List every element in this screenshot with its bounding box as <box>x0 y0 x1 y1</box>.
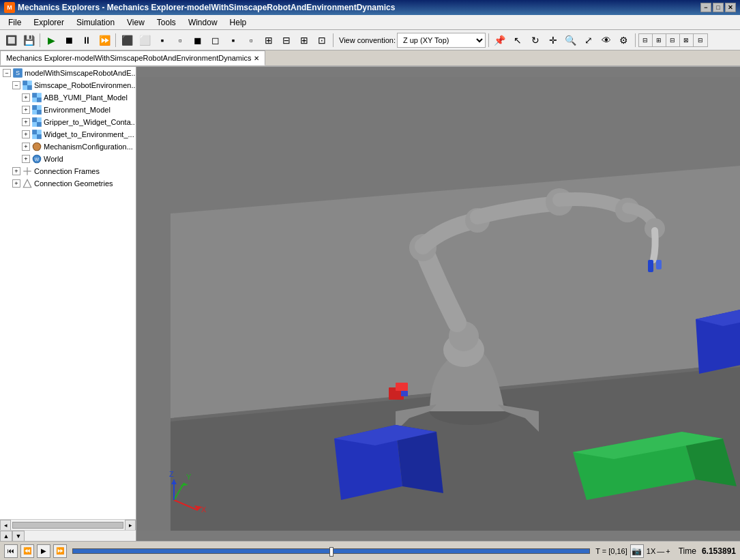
toolbar-btn-2[interactable]: 💾 <box>20 32 37 48</box>
toolbar-grid1[interactable]: ⊞ <box>261 32 277 48</box>
layout-5[interactable]: ⊟ <box>694 34 707 46</box>
expand-connframes[interactable]: + <box>12 167 20 175</box>
main-tab[interactable]: Mechanics Explorer-modelWithSimscapeRobo… <box>0 50 265 65</box>
svg-rect-11 <box>37 105 42 110</box>
svg-rect-44 <box>401 391 408 396</box>
svg-rect-14 <box>32 117 37 122</box>
toolbar-grid4[interactable]: ⊡ <box>314 32 330 48</box>
svg-rect-8 <box>32 98 37 102</box>
nav-down[interactable]: ▼ <box>12 531 25 541</box>
h-scrollbar[interactable]: ◂ ▸ <box>0 519 136 530</box>
expand-gripper[interactable]: + <box>22 118 30 126</box>
tree-label-widget: Widget_to_Environment_... <box>44 130 134 138</box>
menu-help[interactable]: Help <box>224 16 252 29</box>
menu-view[interactable]: View <box>121 16 150 29</box>
timeline-thumb[interactable] <box>329 547 334 557</box>
speed-decrease[interactable]: — <box>657 547 664 555</box>
timeline-slider[interactable] <box>72 548 590 554</box>
svg-rect-18 <box>32 130 37 134</box>
close-button[interactable]: ✕ <box>725 3 736 12</box>
tree-item-conngeom[interactable]: + Connection Geometries <box>0 177 136 190</box>
layout-3[interactable]: ⊟ <box>666 34 680 46</box>
toolbar-stop[interactable]: ⏹ <box>61 32 77 48</box>
toolbar-cube4[interactable]: ▫ <box>172 32 188 48</box>
svg-point-22 <box>33 143 40 150</box>
nav-up[interactable]: ▲ <box>0 531 12 541</box>
tree-item-env[interactable]: + Environment_Model <box>0 104 136 116</box>
menu-simulation[interactable]: Simulation <box>71 16 120 29</box>
scroll-right[interactable]: ▸ <box>125 520 136 531</box>
view-convention-select[interactable]: Z up (XY Top) <box>397 33 486 48</box>
toolbar-fast[interactable]: ⏩ <box>96 32 113 48</box>
snapshot-button[interactable]: 📷 <box>630 544 644 558</box>
menu-window[interactable]: Window <box>183 16 223 29</box>
menu-explorer[interactable]: Explorer <box>28 16 70 29</box>
toolbar-extra[interactable]: ⚙ <box>616 32 632 48</box>
toolbar-cube5[interactable]: ◼ <box>190 32 206 48</box>
tab-close-button[interactable]: ✕ <box>254 55 259 62</box>
toolbar-rot[interactable]: ↻ <box>527 32 544 48</box>
svg-rect-19 <box>37 130 42 134</box>
toolbar-cube3[interactable]: ▪ <box>154 32 171 48</box>
toolbar-cube8[interactable]: ▫ <box>243 32 259 48</box>
toolbar-btn-1[interactable]: 🔲 <box>3 32 19 48</box>
expand-world[interactable]: + <box>22 155 30 163</box>
expand-widget[interactable]: + <box>22 130 30 138</box>
app-icon: M <box>4 2 15 13</box>
toolbar-cube2[interactable]: ⬜ <box>136 32 153 48</box>
simscape-icon <box>22 80 33 91</box>
minimize-button[interactable]: − <box>700 3 711 12</box>
title-bar-controls: − □ ✕ <box>700 3 736 12</box>
svg-rect-4 <box>23 85 27 90</box>
expand-conngeom[interactable]: + <box>12 179 20 188</box>
tree-item-widget[interactable]: + Widget_to_Environment_... <box>0 128 136 141</box>
toolbar-pause[interactable]: ⏸ <box>78 32 95 48</box>
menu-tools[interactable]: Tools <box>151 16 181 29</box>
sidebar: − S modelWithSimscapeRobotAndE... − Sims… <box>0 67 136 541</box>
rewind-button[interactable]: ⏮ <box>4 544 18 558</box>
toolbar-grid2[interactable]: ⊟ <box>278 32 295 48</box>
connframes-icon <box>22 166 33 177</box>
toolbar-grid3[interactable]: ⊞ <box>296 32 312 48</box>
expand-mech[interactable]: + <box>22 143 30 151</box>
svg-rect-21 <box>37 134 42 139</box>
layout-1[interactable]: ⊟ <box>639 34 653 46</box>
scroll-left[interactable]: ◂ <box>0 520 11 531</box>
toolbar-cube1[interactable]: ⬛ <box>119 32 135 48</box>
play-button[interactable]: ▶ <box>37 544 50 558</box>
expand-env[interactable]: + <box>22 106 30 114</box>
expand-simscape[interactable]: − <box>12 81 20 89</box>
3d-viewport[interactable]: X Y Z <box>136 67 740 541</box>
toolbar-zoom[interactable]: 🔍 <box>563 32 579 48</box>
svg-rect-10 <box>32 105 37 110</box>
svg-rect-13 <box>37 110 42 115</box>
speed-increase[interactable]: + <box>666 547 670 555</box>
expand-abb[interactable]: + <box>22 93 30 102</box>
layout-2[interactable]: ⊞ <box>653 34 666 46</box>
toolbar-pin[interactable]: 📌 <box>492 32 508 48</box>
menu-file[interactable]: File <box>3 16 27 29</box>
tree-item-abb[interactable]: + ABB_YUMI_Plant_Model <box>0 91 136 104</box>
toolbar-view3d[interactable]: 👁 <box>598 32 615 48</box>
toolbar-cube6[interactable]: ◻ <box>207 32 224 48</box>
toolbar-pan[interactable]: ✛ <box>545 32 561 48</box>
svg-rect-3 <box>27 80 32 85</box>
toolbar-cursor[interactable]: ↖ <box>509 32 526 48</box>
restore-button[interactable]: □ <box>713 3 724 12</box>
tab-bar: Mechanics Explorer-modelWithSimscapeRobo… <box>0 50 740 67</box>
h-scroll-thumb[interactable] <box>12 522 123 529</box>
layout-4[interactable]: ⊠ <box>680 34 694 46</box>
step-back-button[interactable]: ⏪ <box>20 544 34 558</box>
step-fwd-button[interactable]: ⏩ <box>53 544 67 558</box>
tree-item-gripper[interactable]: + Gripper_to_Widget_Conta... <box>0 116 136 128</box>
toolbar-fit[interactable]: ⤢ <box>580 32 597 48</box>
tree-item-connframes[interactable]: + Connection Frames <box>0 165 136 177</box>
toolbar-play[interactable]: ▶ <box>43 32 59 48</box>
tree-item-mech[interactable]: + MechanismConfiguration... <box>0 141 136 153</box>
tree-item-root[interactable]: − S modelWithSimscapeRobotAndE... <box>0 67 136 79</box>
toolbar-cube7[interactable]: ▪ <box>225 32 241 48</box>
expand-root[interactable]: − <box>3 69 11 77</box>
tree-item-world[interactable]: + W World <box>0 153 136 165</box>
menu-bar: File Explorer Simulation View Tools Wind… <box>0 15 740 30</box>
tree-item-simscape[interactable]: − Simscape_RobotEnvironmen... <box>0 79 136 91</box>
